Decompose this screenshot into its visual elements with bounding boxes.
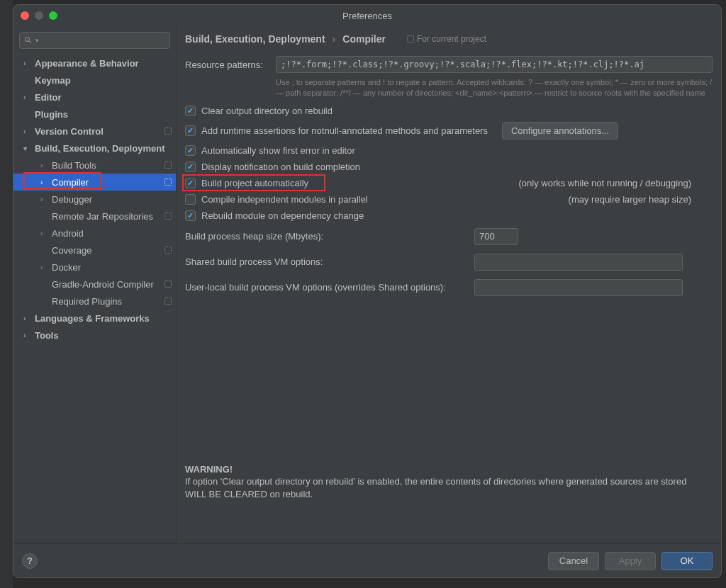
for-current-project-badge: For current project <box>407 34 486 44</box>
sidebar-item-debugger[interactable]: ›Debugger <box>13 191 176 208</box>
project-icon <box>164 298 172 305</box>
build-notif-checkbox[interactable] <box>185 162 196 172</box>
user-vm-input[interactable] <box>474 279 683 296</box>
cancel-button[interactable]: Cancel <box>548 552 599 570</box>
project-icon <box>164 213 172 220</box>
chevron-down-icon[interactable]: ▾ <box>23 145 35 152</box>
rebuild-dep-checkbox[interactable] <box>185 210 196 221</box>
build-auto-checkbox[interactable] <box>185 178 196 188</box>
sidebar-item-label: Remote Jar Repositories <box>52 211 164 222</box>
chevron-right-icon[interactable]: › <box>23 60 35 67</box>
sidebar-item-docker[interactable]: ›Docker <box>13 259 176 276</box>
titlebar: Preferences <box>13 5 721 26</box>
sidebar-item-label: Plugins <box>35 109 176 120</box>
sidebar-item-label: Docker <box>52 262 176 273</box>
sidebar-item-label: Required Plugins <box>52 296 164 307</box>
chevron-right-icon[interactable]: › <box>23 128 35 135</box>
sidebar-item-plugins[interactable]: Plugins <box>13 106 176 123</box>
svg-line-1 <box>29 41 31 43</box>
help-button[interactable]: ? <box>22 553 38 569</box>
chevron-right-icon[interactable]: › <box>23 315 35 322</box>
chevron-right-icon[interactable]: › <box>23 332 35 339</box>
project-icon <box>164 281 172 288</box>
sidebar-item-label: Version Control <box>35 126 164 137</box>
project-icon <box>407 35 414 43</box>
sidebar-item-label: Build Tools <box>52 160 164 171</box>
sidebar-item-compiler[interactable]: ›Compiler <box>13 174 176 191</box>
resource-patterns-hint: Use ; to separate patterns and ! to nega… <box>185 76 713 103</box>
clear-output-label: Clear output directory on rebuild <box>201 106 333 116</box>
sidebar-item-label: Debugger <box>52 194 176 205</box>
heap-size-input[interactable] <box>474 228 518 245</box>
auto-show-error-checkbox[interactable] <box>185 145 196 156</box>
build-auto-note: (only works while not running / debuggin… <box>518 178 713 188</box>
dialog-footer: ? Cancel Apply OK <box>13 543 721 577</box>
svg-point-0 <box>26 38 30 42</box>
sidebar-item-required-plugins[interactable]: Required Plugins <box>13 293 176 310</box>
project-icon <box>164 247 172 254</box>
sidebar-item-label: Tools <box>35 330 176 341</box>
resource-patterns-input[interactable] <box>276 56 713 73</box>
runtime-assertions-label: Add runtime assertions for notnull-annot… <box>201 125 488 136</box>
window-title: Preferences <box>13 11 721 21</box>
sidebar-item-version-control[interactable]: ›Version Control <box>13 123 176 140</box>
apply-button[interactable]: Apply <box>605 552 656 570</box>
chevron-right-icon: › <box>333 33 336 45</box>
project-icon <box>164 162 172 169</box>
sidebar-item-label: Coverage <box>52 245 164 256</box>
sidebar-item-label: Gradle-Android Compiler <box>52 279 164 290</box>
sidebar-item-gradle-android-compiler[interactable]: Gradle-Android Compiler <box>13 276 176 293</box>
chevron-right-icon[interactable]: › <box>40 162 52 169</box>
sidebar-item-label: Keymap <box>35 75 176 86</box>
chevron-right-icon[interactable]: › <box>40 196 52 203</box>
project-icon <box>164 128 172 135</box>
resource-patterns-label: Resource patterns: <box>185 60 269 70</box>
sidebar-item-label: Editor <box>35 92 176 103</box>
shared-vm-label: Shared build process VM options: <box>185 256 474 267</box>
ok-button[interactable]: OK <box>661 552 713 570</box>
chevron-right-icon[interactable]: › <box>40 230 52 237</box>
sidebar-item-languages-frameworks[interactable]: ›Languages & Frameworks <box>13 310 176 327</box>
shared-vm-input[interactable] <box>474 254 683 271</box>
sidebar-item-tools[interactable]: ›Tools <box>13 327 176 344</box>
configure-annotations-button[interactable]: Configure annotations... <box>502 122 618 140</box>
heap-size-label: Build process heap size (Mbytes): <box>185 231 474 242</box>
chevron-right-icon[interactable]: › <box>40 264 52 271</box>
warning-body: If option 'Clear output directory on reb… <box>185 475 704 500</box>
sidebar-item-android[interactable]: ›Android <box>13 225 176 242</box>
sidebar-item-build-tools[interactable]: ›Build Tools <box>13 157 176 174</box>
sidebar-item-build-execution-deployment[interactable]: ▾Build, Execution, Deployment <box>13 140 176 157</box>
sidebar-item-label: Languages & Frameworks <box>35 313 176 324</box>
sidebar-item-keymap[interactable]: Keymap <box>13 72 176 89</box>
content: Build, Execution, Deployment › Compiler … <box>177 26 721 543</box>
settings-tree: ›Appearance & BehaviorKeymap›EditorPlugi… <box>13 53 176 543</box>
breadcrumb-a[interactable]: Build, Execution, Deployment <box>185 33 325 45</box>
sidebar-item-editor[interactable]: ›Editor <box>13 89 176 106</box>
sidebar-item-label: Android <box>52 228 176 239</box>
warning-head: WARNING! <box>185 463 704 476</box>
build-notif-label: Display notification on build completion <box>201 162 360 172</box>
search-input[interactable]: ▾ <box>19 32 170 49</box>
sidebar-item-appearance-behavior[interactable]: ›Appearance & Behavior <box>13 55 176 72</box>
user-vm-label: User-local build process VM options (ove… <box>185 282 474 293</box>
chevron-right-icon[interactable]: › <box>23 94 35 101</box>
sidebar: ▾ ›Appearance & BehaviorKeymap›EditorPlu… <box>13 26 177 543</box>
compile-parallel-note: (may require larger heap size) <box>569 194 713 205</box>
preferences-window: Preferences ▾ ›Appearance & BehaviorKeym… <box>13 4 722 578</box>
sidebar-item-coverage[interactable]: Coverage <box>13 242 176 259</box>
clear-output-checkbox[interactable] <box>185 106 196 116</box>
sidebar-item-remote-jar-repositories[interactable]: Remote Jar Repositories <box>13 208 176 225</box>
sidebar-item-label: Appearance & Behavior <box>35 58 176 69</box>
breadcrumb-b: Compiler <box>342 33 386 45</box>
project-icon <box>164 179 172 186</box>
compile-parallel-checkbox[interactable] <box>185 194 196 205</box>
sidebar-item-label: Compiler <box>52 177 164 188</box>
auto-show-error-label: Automatically show first error in editor <box>201 145 355 156</box>
search-icon <box>24 36 33 45</box>
build-auto-label: Build project automatically <box>201 178 308 188</box>
compile-parallel-label: Compile independent modules in parallel <box>201 194 368 205</box>
runtime-assertions-checkbox[interactable] <box>185 125 196 136</box>
rebuild-dep-label: Rebuild module on dependency change <box>201 210 364 221</box>
chevron-right-icon[interactable]: › <box>40 179 52 186</box>
breadcrumb: Build, Execution, Deployment › Compiler … <box>177 26 721 50</box>
